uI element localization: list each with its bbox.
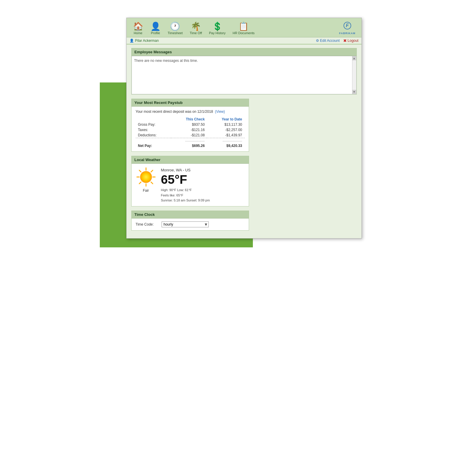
row-check: -$121.08 [171,133,207,138]
net-pay-label: Net Pay: [136,143,171,148]
nav-payhistory-label: Pay History [209,31,225,35]
settings-icon: ⚙ [316,39,319,43]
timeclock-content: Time Code: hourlysalarypart-time ▼ [132,219,249,230]
weather-low: Low: 61°F [177,188,192,192]
paystub-section: Your Most Recent Paystub Your most recen… [131,99,249,152]
employee-messages-section: Employee Messages There are no new messa… [131,48,357,95]
nav-timeoff[interactable]: 🌴 Time Off [186,21,205,36]
svg-line-6 [139,170,141,172]
fabrikam-logo-icon: F [343,21,352,32]
profile-icon: 👤 [150,22,161,31]
home-icon: 🏠 [133,22,143,31]
weather-sunrise-sunset: Sunrise: 5:18 am Sunset: 9:09 pm [161,198,210,202]
ytd-header: Year to Date [207,117,244,122]
table-row: Taxes: -$121.16 -$2,257.00 [136,127,245,133]
row-label: Taxes: [136,127,171,133]
weather-section: Local Weather [131,156,249,206]
nav-hrdocuments[interactable]: 📋 HR Documents [229,21,258,36]
user-bar: 👤 Pilar Ackerman ⚙ Edit Account ✖ Logout [127,37,361,44]
weather-header: Local Weather [132,156,249,164]
messages-wrapper: There are no new messages at this time. … [132,56,356,94]
divider-label [136,138,171,143]
messages-text: There are no new messages at this time. [132,56,356,65]
brand-logo: F FABRIKAM [336,20,359,36]
this-check-header: This Check [171,117,207,122]
row-ytd: -$1,439.97 [207,133,244,138]
paystub-content: Your most recent direct deposit was on 1… [132,107,249,151]
weather-feels-like: Feels like: 65°F [161,193,183,197]
paystub-empty-header [136,117,171,122]
nav-timeoff-label: Time Off [190,31,202,35]
view-paystub-link[interactable]: (View) [215,110,225,114]
timeoff-icon: 🌴 [191,22,201,31]
paystub-divider-row: -------------------- -------------------… [136,138,245,143]
nav-payhistory[interactable]: 💲 Pay History [205,21,229,36]
net-pay-row: Net Pay: $695.26 $9,420.33 [136,143,245,148]
nav-home[interactable]: 🏠 Home [130,21,147,36]
weather-condition-label: Fair [143,188,149,193]
weather-info: Monroe, WA - US 65°F High: 90°F Low: 61°… [161,167,210,203]
row-label: Gross Pay: [136,122,171,127]
sun-icon [136,167,156,187]
timeclock-section: Time Clock Time Code: hourlysalarypart-t… [131,211,249,231]
nav-home-label: Home [134,31,142,35]
hrdocuments-icon: 📋 [238,22,249,31]
scroll-up-arrow[interactable]: ▲ [352,56,356,60]
navigation-bar: 🏠 Home 👤 Profile 🕐 Timesheet 🌴 Time Off … [127,18,361,37]
scroll-down-arrow[interactable]: ▼ [352,90,356,94]
user-name-area: 👤 Pilar Ackerman [130,39,159,43]
svg-line-9 [139,182,141,184]
row-ytd: -$2,257.00 [207,127,244,133]
row-check: -$121.16 [171,127,207,133]
nav-profile-label: Profile [151,31,160,35]
logout-link[interactable]: ✖ Logout [343,38,359,43]
logout-icon: ✖ [343,38,347,43]
weather-icon-area: Fair [136,167,156,193]
employee-messages-header: Employee Messages [132,48,356,56]
row-label: Deductions: [136,133,171,138]
edit-account-link[interactable]: ⚙ Edit Account [316,39,340,43]
nav-hrdocuments-label: HR Documents [233,31,255,35]
weather-temperature: 65°F [161,173,210,186]
payhistory-icon: 💲 [212,22,223,31]
deposit-text: Your most recent direct deposit was on 1… [136,110,213,114]
edit-account-label: Edit Account [320,39,340,43]
timeclock-label: Time Code: [136,222,159,226]
weather-location: Monroe, WA - US [161,168,210,172]
nav-profile[interactable]: 👤 Profile [147,21,164,36]
messages-scrollbar[interactable]: ▲ ▼ [352,56,356,94]
paystub-header: Your Most Recent Paystub [132,99,249,107]
row-check: $937.50 [171,122,207,127]
row-ytd: $13,117.30 [207,122,244,127]
paystub-table: This Check Year to Date Gross Pay: $937.… [136,117,245,148]
svg-point-10 [140,171,152,183]
nav-timesheet-label: Timesheet [168,31,183,35]
svg-line-8 [151,170,153,172]
content-area: Employee Messages There are no new messa… [127,44,361,238]
timeclock-select[interactable]: hourlysalarypart-time [162,221,209,227]
net-pay-ytd: $9,420.33 [207,143,244,148]
user-name-text: Pilar Ackerman [135,39,159,43]
brand-name: FABRIKAM [339,32,356,35]
table-row: Deductions: -$121.08 -$1,439.97 [136,133,245,138]
weather-details: High: 90°F Low: 61°F Feels like: 65°F Su… [161,188,210,203]
nav-timesheet[interactable]: 🕐 Timesheet [164,21,186,36]
timeclock-header: Time Clock [132,211,249,219]
divider-ytd: -------------------- [207,138,244,143]
weather-content: Fair Monroe, WA - US 65°F High: 90°F Low… [132,164,249,206]
table-row: Gross Pay: $937.50 $13,117.30 [136,122,245,127]
user-avatar-icon: 👤 [130,39,134,43]
weather-high: High: 90°F [161,188,176,192]
net-pay-check: $695.26 [171,143,207,148]
logout-label: Logout [348,39,359,43]
svg-line-7 [151,182,153,184]
svg-text:F: F [346,23,349,28]
deposit-line: Your most recent direct deposit was on 1… [136,110,245,114]
main-window: 🏠 Home 👤 Profile 🕐 Timesheet 🌴 Time Off … [126,18,362,239]
timesheet-icon: 🕐 [170,22,180,31]
timeclock-select-wrapper: hourlysalarypart-time ▼ [162,221,209,227]
divider-check: -------------------- [171,138,207,143]
